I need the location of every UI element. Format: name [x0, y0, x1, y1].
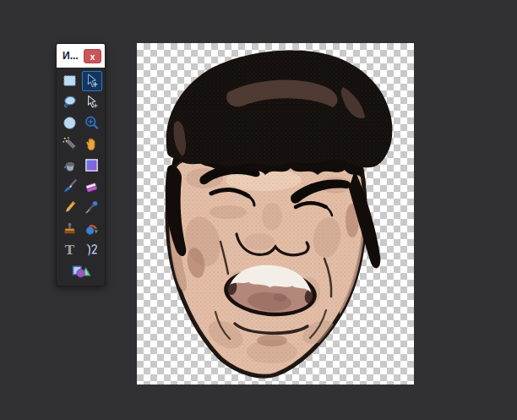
move-outline-arrow-icon [84, 94, 100, 110]
shapes-icon [68, 263, 94, 279]
tool-magic-wand[interactable] [60, 134, 80, 155]
rectangle-select-icon [62, 73, 78, 89]
tool-move-selected-pixels[interactable] [82, 71, 102, 91]
bucket-icon [62, 157, 78, 173]
tool-paint-bucket[interactable] [60, 155, 80, 176]
gradient-square-icon [84, 157, 100, 173]
wand-icon [62, 136, 78, 152]
svg-text:T: T [65, 243, 75, 258]
tool-lasso-select[interactable] [60, 92, 80, 112]
stamp-icon [62, 221, 78, 237]
ellipse-icon [62, 115, 78, 131]
tool-zoom[interactable] [82, 113, 102, 134]
lasso-icon [62, 94, 78, 110]
tool-color-picker[interactable] [82, 198, 102, 218]
close-button[interactable]: x [84, 49, 101, 63]
tool-eraser[interactable] [82, 177, 102, 197]
eraser-icon [84, 178, 100, 194]
move-arrow-icon [84, 73, 100, 89]
line-curve-icon [84, 242, 100, 258]
tool-rectangle-select[interactable] [60, 71, 80, 91]
hand-icon [84, 136, 100, 152]
pencil-icon [62, 199, 78, 215]
laughing-man-artwork [137, 43, 414, 385]
eyedropper-icon [84, 199, 100, 215]
tools-window-title: И... [63, 50, 79, 62]
text-T-icon: T [62, 242, 78, 258]
tool-paintbrush[interactable] [60, 177, 80, 197]
magnifier-icon [84, 115, 100, 131]
tool-pencil[interactable] [60, 198, 80, 218]
tool-recolor[interactable] [82, 219, 102, 239]
tool-shapes[interactable] [64, 261, 98, 281]
tool-text[interactable]: T [60, 240, 80, 260]
tool-clone-stamp[interactable] [60, 219, 80, 239]
tools-grid: T [57, 68, 105, 286]
recolor-icon [84, 221, 100, 237]
tools-palette-window: И... x [56, 43, 106, 286]
tool-pan[interactable] [82, 134, 102, 155]
tool-gradient[interactable] [82, 155, 102, 176]
tool-line-curve[interactable] [82, 240, 102, 260]
image-canvas[interactable] [137, 43, 414, 385]
tools-titlebar[interactable]: И... x [57, 44, 105, 68]
brush-icon [62, 178, 78, 194]
tool-move-selection[interactable] [82, 92, 102, 112]
tool-ellipse-select[interactable] [60, 113, 80, 134]
